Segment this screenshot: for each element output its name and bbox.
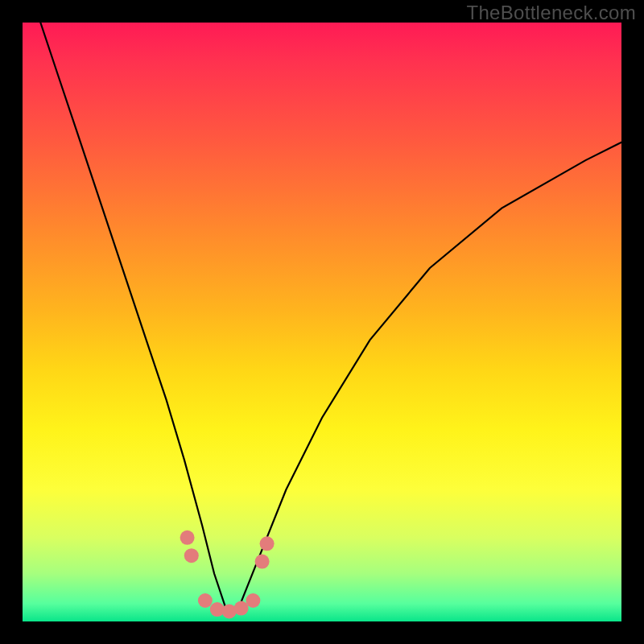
curve-marker [180,530,195,545]
marker-group [180,530,275,619]
bottleneck-curve [40,23,621,609]
curve-marker [255,555,270,569]
curve-marker [184,548,199,563]
chart-svg [23,23,621,621]
curve-marker [198,593,213,608]
outer-frame: TheBottleneck.com [0,0,644,644]
curve-marker [260,536,275,551]
watermark-text: TheBottleneck.com [466,2,636,24]
curve-marker [234,601,249,616]
plot-area [23,23,621,621]
curve-marker [246,593,260,608]
